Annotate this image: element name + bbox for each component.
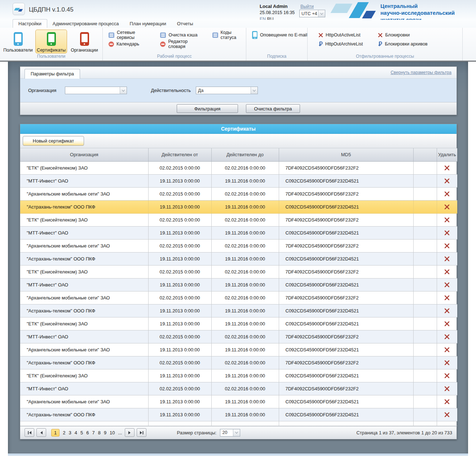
table-row[interactable]: "ЕТК" (Енисейтелеком) ЗАО19.11.2013 0:00… [20,369,457,382]
delete-icon[interactable] [444,165,450,171]
logout-link[interactable]: Выйти [300,4,314,9]
http-out-active-item[interactable]: HttpOutActiveList [318,32,363,38]
md5-cell: C092CDS45900DFD56F232D4521 [279,174,413,187]
organization-select[interactable] [65,87,127,94]
table-row[interactable]: "Архангельские мобильные сети" ЗАО02.02.… [20,187,457,200]
column-header-md5[interactable]: MD5 [279,148,413,161]
table-row[interactable]: "ЕТК" (Енисейтелеком) ЗАО02.02.2015 0:00… [20,213,457,226]
table-row[interactable]: "ЕТК" (Енисейтелеком) ЗАО02.02.2015 0:00… [20,265,457,278]
table-row[interactable]: "Архангельские мобильные сети" ЗАО02.02.… [20,291,457,304]
table-row[interactable]: "МТТ-Инвест" ОАО19.11.2013 0:00:0019.11.… [20,174,457,187]
delete-icon[interactable] [444,308,450,314]
prev-page-button[interactable] [36,428,46,437]
organization-cell: "Архангельские мобильные сети" ЗАО [20,187,148,200]
column-header-delete: Удалить [437,148,457,161]
delete-icon[interactable] [444,295,450,301]
dictionary-editor-icon [160,41,166,47]
delete-icon[interactable] [444,243,450,249]
tab-numbering-plan[interactable]: План нумерации [124,19,172,28]
http-out-archive-item[interactable]: HttpOutArchiveList [318,41,363,47]
page-number[interactable]: 1 [51,429,60,437]
page-number[interactable]: 9 [104,430,106,435]
status-codes-item[interactable]: Коды статуса [212,32,246,38]
new-certificate-button[interactable]: Новый сертификат [23,136,84,146]
delete-icon[interactable] [444,282,450,288]
bottom-strip [8,453,468,456]
tab-reports[interactable]: Отчеты [172,19,199,28]
users-button[interactable]: Пользователи [2,30,34,53]
page-number[interactable]: 7 [92,430,94,435]
table-row[interactable]: "МТТ-Инвест" ОАО19.11.2013 0:00:0019.11.… [20,278,457,291]
delete-cell [437,252,457,265]
app-logo-button[interactable] [13,3,25,15]
tab-process-administration[interactable]: Администрирование процесса [47,19,124,28]
table-row[interactable]: "ЕТК" (Енисейтелеком) ЗАО19.11.2013 0:00… [20,317,457,330]
network-services-icon [109,32,114,38]
table-row[interactable]: "МТТ-Инвест" ОАО02.02.2015 0:00:0002.02.… [20,382,457,395]
table-row[interactable]: "Астрахань-телеком" ООО ПКФ19.11.2013 0:… [20,252,457,265]
column-header-valid-to[interactable]: Действителен до [211,148,279,161]
table-row[interactable]: "Астрахань-телеком" ООО ПКФ02.02.2015 0:… [20,356,457,369]
delete-icon[interactable] [444,373,450,378]
timezone-select[interactable]: UTC +4 [299,10,325,17]
first-page-button[interactable] [25,428,34,437]
dictionary-editor-item[interactable]: Редактор словаря [160,41,203,47]
delete-icon[interactable] [444,269,450,275]
delete-icon[interactable] [444,217,450,223]
valid-from-cell: 19.11.2013 0:00:00 [148,395,211,408]
delete-icon[interactable] [444,399,450,404]
delete-icon[interactable] [444,412,450,417]
ribbon-group-workflow: Сетевые сервисы Календарь Очистка кэша Р… [103,28,246,61]
validity-select[interactable]: Да [196,87,258,94]
delete-icon[interactable] [444,178,450,184]
table-row[interactable]: "Астрахань-телеком" ООО ПКФ19.11.2013 0:… [20,408,457,421]
organizations-button[interactable]: Организации [69,30,100,53]
valid-from-cell: 02.02.2015 0:00:00 [148,187,211,200]
page-number[interactable]: 4 [75,430,77,435]
table-row[interactable]: "Архангельские мобильные сети" ЗАО02.02.… [20,239,457,252]
current-datetime: 25.08.2015 16:35 [260,10,295,16]
table-row[interactable]: "Астрахань-телеком" ООО ПКФ19.11.2013 0:… [20,304,457,317]
clear-filter-button[interactable]: Очистка фильтра [246,104,300,113]
email-notify-item[interactable]: Оповещение по E-mail [252,32,307,38]
table-row[interactable]: "МТТ-Инвест" ОАО19.11.2013 0:00:0019.11.… [20,226,457,239]
next-page-button[interactable] [125,428,135,437]
filler-cell [279,421,413,426]
table-row[interactable]: "ЕТК" (Енисейтелеком) ЗАО02.02.2015 0:00… [20,161,457,174]
delete-icon[interactable] [444,191,450,197]
page-number[interactable]: 5 [80,430,83,435]
delete-icon[interactable] [444,334,450,339]
certificates-title: Сертификаты [20,124,457,134]
calendar-item[interactable]: Календарь [109,41,151,47]
delete-icon[interactable] [444,230,450,236]
column-header-valid-from[interactable]: Действителен от [148,148,211,161]
blocks-item[interactable]: Блокировки [378,32,427,38]
network-services-item[interactable]: Сетевые сервисы [109,32,151,38]
delete-cell [437,304,457,317]
table-row[interactable]: "Архангельские мобильные сети" ЗАО19.11.… [20,395,457,408]
tab-settings[interactable]: Настройки [13,19,47,28]
table-row[interactable]: "МТТ-Инвест" ОАО02.02.2015 0:00:0002.02.… [20,330,457,343]
page-number[interactable]: 10 [110,430,115,435]
certificates-button[interactable]: Сертификаты [35,30,67,53]
page-number[interactable]: 8 [98,430,101,435]
column-header-organization[interactable]: Организация [20,148,148,161]
delete-icon[interactable] [444,321,450,326]
delete-icon[interactable] [444,360,450,365]
page-number[interactable]: 3 [69,430,71,435]
page-number[interactable]: 2 [63,430,65,435]
table-row[interactable]: "Астрахань-телеком" ООО ПКФ19.11.2013 0:… [20,200,457,213]
delete-icon[interactable] [444,386,450,391]
apply-filter-button[interactable]: Фильтрация [177,104,238,113]
blocks-archive-item[interactable]: Блокировки архивов [378,41,427,47]
delete-icon[interactable] [444,204,450,210]
filter-params-tab[interactable]: Параметры фильтра [25,69,80,79]
page-number[interactable]: 6 [86,430,89,435]
table-row[interactable]: "Архангельские мобильные сети" ЗАО19.11.… [20,343,457,356]
last-page-button[interactable] [137,428,146,437]
delete-icon[interactable] [444,256,450,262]
page-size-select[interactable]: 20 [220,429,240,437]
cache-clear-item[interactable]: Очистка кэша [160,32,203,38]
delete-icon[interactable] [444,347,450,352]
collapse-filter-link[interactable]: Свернуть параметры фильтра [391,70,451,75]
